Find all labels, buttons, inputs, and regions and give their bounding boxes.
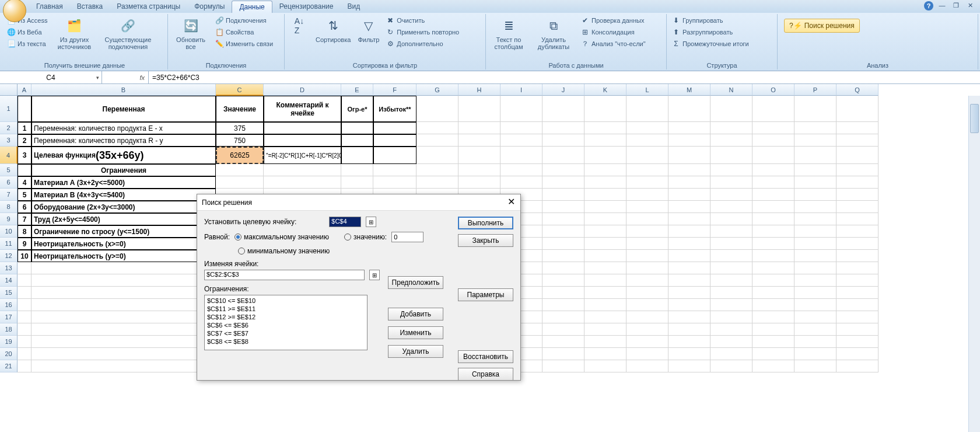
cell[interactable] <box>18 287 32 299</box>
cell[interactable] <box>836 225 878 238</box>
row-header-18[interactable]: 18 <box>0 323 18 336</box>
fx-button[interactable]: fx <box>102 71 149 83</box>
row-header-9[interactable]: 9 <box>0 213 18 225</box>
constraint-item[interactable]: $C$7 <= $E$7 <box>207 329 365 337</box>
cell[interactable] <box>752 250 794 262</box>
cell[interactable]: 1 <box>18 122 32 134</box>
cell[interactable] <box>626 213 668 225</box>
cell[interactable] <box>668 274 710 287</box>
remove-duplicates-button[interactable]: ⧉Удалить дубликаты <box>531 15 576 51</box>
constraint-item[interactable]: $C$6 <= $E$6 <box>207 321 365 329</box>
cell[interactable] <box>752 336 794 348</box>
cell[interactable]: Материал В (4х+3y<=5400) <box>32 189 216 201</box>
cell[interactable] <box>32 323 216 336</box>
existing-connections-button[interactable]: 🔗Существующие подключения <box>99 15 156 51</box>
cell[interactable] <box>668 250 710 262</box>
col-header-O[interactable]: O <box>752 84 794 96</box>
cell[interactable] <box>752 122 794 134</box>
cell[interactable] <box>341 176 373 189</box>
cell[interactable] <box>584 134 626 147</box>
radio-max[interactable] <box>235 234 242 241</box>
cell[interactable] <box>626 176 668 189</box>
cell[interactable] <box>836 164 878 176</box>
cell[interactable] <box>794 134 836 147</box>
col-header-P[interactable]: P <box>794 84 836 96</box>
cell[interactable] <box>373 164 416 176</box>
restore-button[interactable]: ❐ <box>951 1 961 11</box>
cell[interactable] <box>584 287 626 299</box>
row-header-8[interactable]: 8 <box>0 201 18 213</box>
cell[interactable] <box>710 238 752 250</box>
target-cell-input[interactable]: $C$4 <box>329 217 361 227</box>
cell[interactable] <box>794 311 836 323</box>
cell[interactable]: Избыток** <box>373 96 416 122</box>
changing-ref-button[interactable]: ⊞ <box>369 270 380 280</box>
help-button[interactable]: Справка <box>458 368 513 381</box>
row-header-12[interactable]: 12 <box>0 250 18 262</box>
help-icon[interactable]: ? <box>924 1 933 11</box>
cell[interactable] <box>542 323 584 336</box>
cell[interactable] <box>710 122 752 134</box>
cell[interactable] <box>416 96 459 122</box>
cell[interactable] <box>794 147 836 164</box>
col-header-I[interactable]: I <box>501 84 542 96</box>
cell[interactable] <box>710 336 752 348</box>
cell[interactable] <box>584 348 626 360</box>
delete-constraint-button[interactable]: Удалить <box>388 345 443 358</box>
cell[interactable]: 4 <box>18 176 32 189</box>
cell[interactable] <box>794 213 836 225</box>
dialog-close-button[interactable]: ✕ <box>505 197 517 208</box>
col-header-E[interactable]: E <box>341 84 373 96</box>
radio-min[interactable] <box>238 248 245 255</box>
cell[interactable] <box>584 299 626 311</box>
cell[interactable] <box>542 348 584 360</box>
row-header-5[interactable]: 5 <box>0 164 18 176</box>
cell[interactable] <box>710 311 752 323</box>
cell[interactable] <box>752 238 794 250</box>
cell[interactable] <box>626 122 668 134</box>
cell[interactable] <box>584 360 626 372</box>
cell[interactable] <box>668 287 710 299</box>
cell[interactable]: 10 <box>18 250 32 262</box>
cell[interactable] <box>752 360 794 372</box>
cell[interactable]: 375 <box>216 122 264 134</box>
constraint-item[interactable]: $C$11 >= $E$11 <box>207 305 365 313</box>
cell[interactable] <box>626 299 668 311</box>
cell[interactable] <box>459 147 501 164</box>
cell[interactable] <box>626 336 668 348</box>
connections-button[interactable]: 🔗Подключения <box>213 15 275 26</box>
cell[interactable] <box>18 299 32 311</box>
cell[interactable] <box>18 96 32 122</box>
cell[interactable] <box>542 147 584 164</box>
cell[interactable] <box>542 201 584 213</box>
properties-button[interactable]: 📋Свойства <box>213 27 275 37</box>
cell[interactable] <box>32 299 216 311</box>
col-header-H[interactable]: H <box>459 84 501 96</box>
cell[interactable] <box>416 176 459 189</box>
cell[interactable] <box>668 323 710 336</box>
cell[interactable] <box>416 122 459 134</box>
cell[interactable] <box>32 262 216 274</box>
row-header-15[interactable]: 15 <box>0 287 18 299</box>
what-if-button[interactable]: ？Анализ "что-если" <box>579 39 648 49</box>
sort-az-button[interactable]: A↓Z <box>288 15 311 37</box>
cell[interactable] <box>542 189 584 201</box>
cell[interactable]: Комментарий к ячейке <box>264 96 341 122</box>
cell[interactable] <box>752 164 794 176</box>
cell[interactable] <box>18 336 32 348</box>
cell[interactable] <box>459 122 501 134</box>
cell[interactable] <box>752 225 794 238</box>
cell[interactable]: Целевая функция (35х+66y) <box>32 147 216 164</box>
cell[interactable] <box>836 336 878 348</box>
cell[interactable] <box>542 225 584 238</box>
cell[interactable] <box>264 176 341 189</box>
row-header-20[interactable]: 20 <box>0 348 18 360</box>
cell[interactable] <box>542 287 584 299</box>
cell[interactable] <box>794 323 836 336</box>
cell[interactable] <box>752 262 794 274</box>
cell[interactable] <box>18 348 32 360</box>
cell[interactable] <box>752 323 794 336</box>
tab-data[interactable]: Данные <box>232 1 272 13</box>
cell[interactable] <box>668 164 710 176</box>
cell[interactable] <box>584 189 626 201</box>
